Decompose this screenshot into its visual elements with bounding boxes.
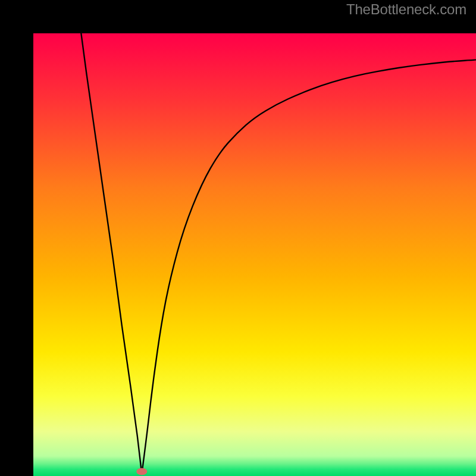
chart-svg (33, 33, 476, 476)
dip-marker (136, 468, 147, 475)
gradient-background (33, 33, 476, 476)
chart-frame (0, 0, 476, 476)
watermark-text: TheBottleneck.com (346, 1, 466, 18)
plot-area (33, 33, 476, 476)
